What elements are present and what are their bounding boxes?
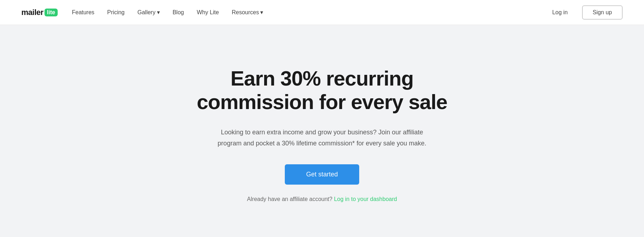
hero-subtitle: Looking to earn extra income and grow yo… bbox=[208, 127, 436, 149]
hero-title: Earn 30% recurring commission for every … bbox=[176, 67, 468, 114]
nav-links: Features Pricing Gallery ▾ Blog bbox=[72, 9, 263, 16]
nav-link-blog[interactable]: Blog bbox=[173, 9, 184, 16]
nav-item-features[interactable]: Features bbox=[72, 9, 94, 16]
logo[interactable]: mailer lite bbox=[21, 8, 58, 17]
get-started-button[interactable]: Get started bbox=[285, 164, 359, 185]
nav-item-why-lite[interactable]: Why Lite bbox=[197, 9, 219, 16]
navbar-right: Log in Sign up bbox=[546, 5, 623, 20]
logo-badge: lite bbox=[44, 9, 58, 16]
nav-item-pricing[interactable]: Pricing bbox=[107, 9, 125, 16]
gallery-chevron-icon: ▾ bbox=[157, 9, 160, 16]
nav-link-pricing[interactable]: Pricing bbox=[107, 9, 125, 16]
nav-item-gallery[interactable]: Gallery ▾ bbox=[137, 9, 160, 16]
nav-item-blog[interactable]: Blog bbox=[173, 9, 184, 16]
nav-link-resources[interactable]: Resources ▾ bbox=[232, 9, 263, 16]
resources-chevron-icon: ▾ bbox=[260, 9, 263, 16]
nav-link-features[interactable]: Features bbox=[72, 9, 94, 16]
dashboard-login-link[interactable]: Log in to your dashboard bbox=[334, 196, 397, 202]
hero-footer-text: Already have an affiliate account? Log i… bbox=[247, 196, 397, 202]
navbar: mailer lite Features Pricing Gallery ▾ bbox=[0, 0, 644, 25]
navbar-left: mailer lite Features Pricing Gallery ▾ bbox=[21, 8, 263, 17]
signup-button[interactable]: Sign up bbox=[582, 5, 623, 20]
hero-section: Earn 30% recurring commission for every … bbox=[0, 25, 644, 237]
nav-link-gallery[interactable]: Gallery ▾ bbox=[137, 9, 160, 16]
logo-badge-text: lite bbox=[47, 9, 55, 15]
logo-mailer-text: mailer bbox=[21, 8, 43, 17]
nav-link-why-lite[interactable]: Why Lite bbox=[197, 9, 219, 16]
login-button[interactable]: Log in bbox=[546, 6, 574, 19]
nav-item-resources[interactable]: Resources ▾ bbox=[232, 9, 263, 16]
